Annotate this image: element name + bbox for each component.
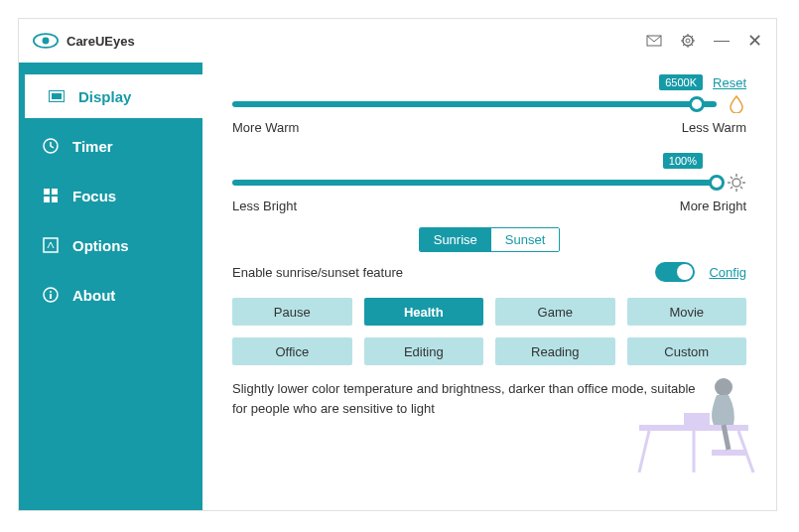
color-temp-block: 6500K Reset More Warm Less Warm — [232, 74, 746, 135]
svg-line-24 — [731, 187, 732, 189]
app-name: CareUEyes — [67, 34, 135, 49]
svg-rect-12 — [44, 238, 58, 252]
brightness-block: 100% Less Bright More Bright — [232, 153, 746, 213]
mail-icon[interactable] — [646, 33, 662, 49]
enable-sunrise-label: Enable sunrise/sunset feature — [232, 265, 403, 280]
mode-pause-button[interactable]: Pause — [232, 298, 352, 326]
sidebar-item-label: Timer — [72, 138, 113, 155]
modes-grid: PauseHealthGameMovieOfficeEditingReading… — [232, 298, 746, 365]
sunrise-sunset-segmented: Sunrise Sunset — [232, 227, 746, 252]
brightness-value: 100% — [663, 153, 703, 169]
minimize-icon[interactable] — [714, 41, 730, 42]
sidebar-item-focus[interactable]: Focus — [19, 174, 202, 217]
info-icon — [43, 287, 59, 303]
svg-rect-9 — [52, 189, 58, 195]
mode-movie-button[interactable]: Movie — [627, 298, 747, 326]
svg-line-26 — [639, 431, 649, 472]
svg-point-14 — [50, 291, 52, 293]
brightness-left-label: Less Bright — [232, 199, 297, 213]
svg-rect-30 — [684, 413, 710, 427]
svg-point-4 — [686, 39, 690, 43]
sidebar-item-about[interactable]: About — [19, 273, 202, 317]
titlebar-actions: ✕ — [646, 32, 762, 50]
svg-rect-31 — [712, 450, 745, 456]
enable-sunrise-toggle[interactable] — [655, 262, 695, 282]
mode-custom-button[interactable]: Custom — [627, 337, 747, 365]
brightness-right-label: More Bright — [680, 199, 746, 213]
sidebar-item-label: Options — [72, 237, 129, 254]
mode-editing-button[interactable]: Editing — [364, 337, 484, 365]
decoration-person — [629, 365, 768, 474]
sun-icon — [727, 174, 746, 192]
logo-icon — [33, 33, 59, 49]
display-icon — [49, 88, 65, 104]
svg-point-29 — [715, 378, 732, 396]
color-temp-left-label: More Warm — [232, 120, 299, 135]
clock-icon — [43, 138, 59, 154]
svg-rect-11 — [52, 197, 58, 202]
main-panel: 6500K Reset More Warm Less Warm — [202, 63, 776, 510]
mode-reading-button[interactable]: Reading — [495, 337, 615, 365]
sidebar-item-label: Display — [78, 88, 131, 105]
grid-icon — [43, 188, 59, 203]
titlebar: CareUEyes ✕ — [19, 19, 776, 63]
mode-health-button[interactable]: Health — [364, 298, 484, 326]
sidebar-item-display[interactable]: Display — [25, 74, 202, 118]
svg-rect-15 — [50, 294, 52, 299]
sidebar-item-label: About — [72, 287, 115, 304]
sidebar-item-timer[interactable]: Timer — [19, 124, 202, 168]
drop-icon — [727, 95, 746, 113]
color-temp-slider[interactable] — [232, 92, 717, 116]
options-icon — [43, 237, 59, 253]
svg-line-22 — [740, 187, 742, 189]
reset-link[interactable]: Reset — [713, 75, 746, 90]
color-temp-right-label: Less Warm — [682, 120, 746, 135]
sidebar: Display Timer Focus Options About — [19, 63, 202, 510]
gear-icon[interactable] — [680, 33, 696, 49]
color-temp-value: 6500K — [659, 74, 703, 90]
sunrise-button[interactable]: Sunrise — [420, 228, 491, 251]
sidebar-item-options[interactable]: Options — [19, 223, 202, 267]
svg-point-16 — [732, 179, 740, 187]
enable-sunrise-row: Enable sunrise/sunset feature Config — [232, 262, 746, 282]
close-icon[interactable]: ✕ — [747, 32, 762, 50]
sidebar-item-label: Focus — [72, 188, 116, 204]
svg-line-23 — [740, 177, 742, 179]
svg-rect-8 — [44, 189, 50, 195]
brightness-slider[interactable] — [232, 171, 717, 195]
svg-rect-10 — [44, 197, 50, 202]
content: Display Timer Focus Options About — [19, 63, 776, 510]
svg-point-1 — [43, 38, 50, 45]
app-window: CareUEyes ✕ Display Timer Focus Op — [18, 18, 777, 511]
mode-office-button[interactable]: Office — [232, 337, 352, 365]
mode-game-button[interactable]: Game — [495, 298, 615, 326]
svg-line-21 — [731, 177, 732, 179]
config-link[interactable]: Config — [709, 265, 746, 280]
sunset-button[interactable]: Sunset — [491, 228, 559, 251]
svg-rect-6 — [52, 93, 62, 99]
